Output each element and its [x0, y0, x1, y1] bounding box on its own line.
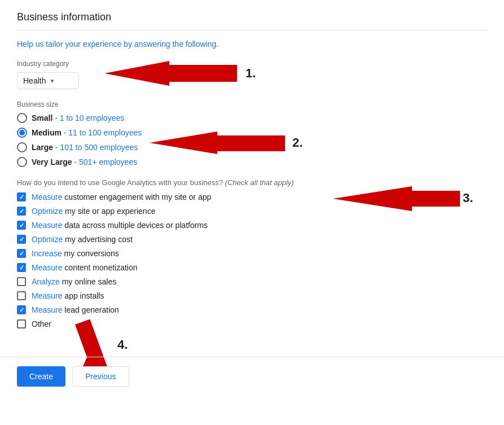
- checkbox-optimize-ads[interactable]: ✓ Optimize my advertising cost: [17, 235, 487, 244]
- checkbox-app-installs-label: Measure app installs: [32, 291, 104, 300]
- footer: Create Previous: [0, 357, 504, 396]
- checkbox-engagement-box: ✓: [17, 192, 26, 201]
- subtitle: Help us tailor your experience by answer…: [17, 40, 487, 49]
- checkbox-monetization-label: Measure content monetization: [32, 263, 138, 272]
- radio-large-label: Large - 101 to 500 employees: [32, 143, 138, 152]
- checkbox-other-box: [17, 319, 26, 328]
- radio-medium-label: Medium - 11 to 100 employees: [32, 128, 142, 137]
- radio-medium[interactable]: Medium - 11 to 100 employees: [17, 128, 487, 138]
- checkbox-optimize-site-label: Optimize my site or app experience: [32, 207, 155, 216]
- radio-very-large-circle: [17, 157, 27, 167]
- checkbox-lead-gen[interactable]: ✓ Measure lead generation: [17, 305, 487, 314]
- checkbox-lead-gen-label: Measure lead generation: [32, 305, 119, 314]
- checkbox-optimize-site-box: ✓: [17, 207, 26, 216]
- industry-selected-value: Health: [23, 76, 46, 85]
- checkbox-app-installs[interactable]: Measure app installs: [17, 291, 487, 300]
- previous-button[interactable]: Previous: [72, 366, 129, 387]
- checkbox-lead-gen-box: ✓: [17, 305, 26, 314]
- industry-label: Industry category: [17, 60, 487, 68]
- checkbox-other[interactable]: Other: [17, 319, 487, 328]
- checkbox-other-label: Other: [32, 319, 51, 328]
- checkbox-monetization[interactable]: ✓ Measure content monetization: [17, 263, 487, 272]
- checkbox-conversions-label: Increase my conversions: [32, 249, 119, 258]
- radio-large-circle: [17, 142, 27, 152]
- checkbox-online-sales-label: Analyze my online sales: [32, 277, 116, 286]
- create-button[interactable]: Create: [17, 366, 65, 387]
- dropdown-arrow-icon: ▼: [49, 78, 55, 84]
- checkbox-online-sales[interactable]: Analyze my online sales: [17, 277, 487, 286]
- radio-very-large[interactable]: Very Large - 501+ employees: [17, 157, 487, 167]
- business-size-label: Business size: [17, 100, 487, 108]
- checkbox-measure-data-box: ✓: [17, 221, 26, 230]
- checkbox-app-installs-box: [17, 291, 26, 300]
- radio-large[interactable]: Large - 101 to 500 employees: [17, 142, 487, 152]
- page-title: Business information: [17, 11, 487, 30]
- checkbox-online-sales-box: [17, 277, 26, 286]
- checkbox-optimize-ads-label: Optimize my advertising cost: [32, 235, 133, 244]
- svg-text:4.: 4.: [117, 338, 128, 352]
- radio-small-circle: [17, 113, 27, 123]
- checkbox-conversions-box: ✓: [17, 249, 26, 258]
- usage-question: How do you intend to use Google Analytic…: [17, 178, 487, 187]
- checkbox-engagement-label: Measure customer engagement with my site…: [32, 192, 211, 201]
- checkbox-optimize-ads-box: ✓: [17, 235, 26, 244]
- radio-medium-inner: [19, 130, 25, 135]
- radio-medium-circle: [17, 128, 27, 138]
- radio-very-large-label: Very Large - 501+ employees: [32, 157, 137, 167]
- business-size-section: Business size Small - 1 to 10 employees …: [17, 100, 487, 167]
- industry-dropdown[interactable]: Health ▼: [17, 72, 79, 89]
- radio-small[interactable]: Small - 1 to 10 employees: [17, 113, 487, 123]
- checkbox-engagement[interactable]: ✓ Measure customer engagement with my si…: [17, 192, 487, 201]
- checkbox-conversions[interactable]: ✓ Increase my conversions: [17, 249, 487, 258]
- checkbox-optimize-site[interactable]: ✓ Optimize my site or app experience: [17, 207, 487, 216]
- usage-section: How do you intend to use Google Analytic…: [17, 178, 487, 328]
- svg-text:1.: 1.: [246, 66, 256, 80]
- checkbox-measure-data-label: Measure data across multiple devices or …: [32, 221, 208, 230]
- checkbox-measure-data[interactable]: ✓ Measure data across multiple devices o…: [17, 221, 487, 230]
- radio-small-label: Small - 1 to 10 employees: [32, 113, 124, 122]
- checkbox-monetization-box: ✓: [17, 263, 26, 272]
